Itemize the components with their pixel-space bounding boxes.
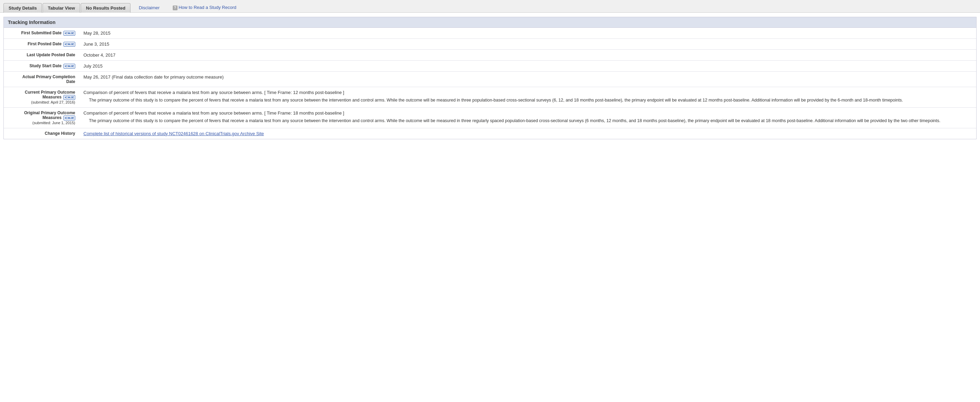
tab-tabular-view[interactable]: Tabular View (43, 3, 80, 13)
table-row: Original Primary OutcomeMeasures ICMJE (… (4, 108, 976, 128)
disclaimer-link[interactable]: Disclaimer (134, 3, 164, 12)
info-table: First Submitted Date ICMJE May 28, 2015 … (4, 28, 976, 139)
label-cell: Change History (4, 128, 79, 139)
value-cell: May 28, 2015 (79, 28, 976, 39)
sub-text: The primary outcome of this study is to … (83, 118, 972, 124)
label-cell: Study Start Date ICMJE (4, 61, 79, 72)
value-cell: October 4, 2017 (79, 50, 976, 61)
label-cell: First Submitted Date ICMJE (4, 28, 79, 39)
table-row: Actual Primary CompletionDate May 26, 20… (4, 72, 976, 87)
value-cell: May 26, 2017 (Final data collection date… (79, 72, 976, 87)
main-content: Tracking Information First Submitted Dat… (0, 13, 980, 149)
value-cell: July 2015 (79, 61, 976, 72)
value-cell: Comparison of percent of fevers that rec… (79, 108, 976, 128)
label-cell: Current Primary OutcomeMeasures ICMJE (s… (4, 87, 79, 108)
help-icon: ? (173, 5, 178, 10)
table-row: Study Start Date ICMJE July 2015 (4, 61, 976, 72)
value-cell: Complete list of historical versions of … (79, 128, 976, 139)
how-to-read-link[interactable]: ?How to Read a Study Record (168, 3, 241, 12)
tab-bar: Study Details Tabular View No Results Po… (0, 0, 980, 13)
icmje-badge-5: ICMJE (64, 95, 75, 100)
label-cell: Original Primary OutcomeMeasures ICMJE (… (4, 108, 79, 128)
change-history-link[interactable]: Complete list of historical versions of … (83, 131, 264, 136)
label-cell: First Posted Date ICMJE (4, 39, 79, 50)
table-row: Change History Complete list of historic… (4, 128, 976, 139)
icmje-badge-1: ICMJE (64, 42, 75, 47)
sub-text: The primary outcome of this study is to … (83, 97, 972, 104)
table-row: First Posted Date ICMJE June 3, 2015 (4, 39, 976, 50)
icmje-badge-6: ICMJE (64, 116, 75, 120)
tab-study-details[interactable]: Study Details (3, 3, 42, 13)
section-header: Tracking Information (4, 17, 976, 28)
icmje-badge-0: ICMJE (64, 31, 75, 36)
tracking-section: Tracking Information First Submitted Dat… (3, 17, 977, 139)
icmje-badge-3: ICMJE (64, 64, 75, 69)
table-row: First Submitted Date ICMJE May 28, 2015 (4, 28, 976, 39)
value-cell: Comparison of percent of fevers that rec… (79, 87, 976, 108)
label-cell: Actual Primary CompletionDate (4, 72, 79, 87)
label-cell: Last Update Posted Date (4, 50, 79, 61)
table-row: Current Primary OutcomeMeasures ICMJE (s… (4, 87, 976, 108)
tab-no-results[interactable]: No Results Posted (81, 3, 130, 13)
value-cell: June 3, 2015 (79, 39, 976, 50)
table-row: Last Update Posted Date October 4, 2017 (4, 50, 976, 61)
